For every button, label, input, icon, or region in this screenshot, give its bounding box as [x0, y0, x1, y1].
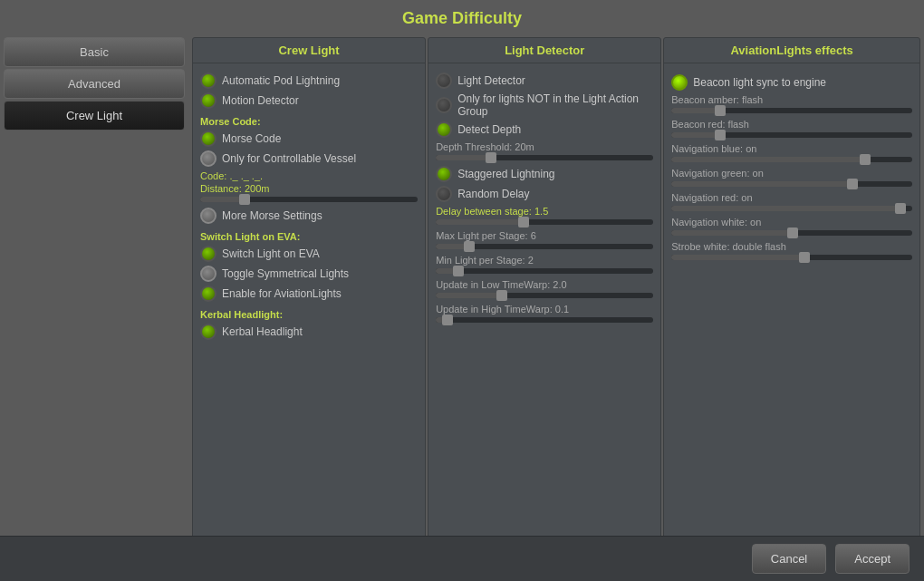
crew-light-header: Crew Light — [193, 38, 425, 63]
switch-section: Switch Light on EVA: — [200, 231, 418, 242]
beacon-sync-label: Beacon light sync to engine — [693, 76, 826, 89]
cancel-button[interactable]: Cancel — [752, 544, 826, 574]
beacon-red-label: Beacon red: flash — [671, 119, 912, 130]
detect-depth-toggle[interactable] — [436, 121, 452, 138]
kerbal-headlight-toggle[interactable] — [200, 324, 217, 340]
max-light-slider[interactable] — [436, 244, 653, 249]
light-detector-header: Light Detector — [428, 38, 660, 63]
controllable-vessel-label: Only for Controllable Vessel — [222, 152, 356, 165]
crew-light-column: Crew Light Automatic Pod Lightning Motio… — [192, 37, 426, 576]
light-detector-body: Light Detector Only for lights NOT in th… — [428, 63, 660, 576]
staggered-label: Staggered Lightning — [457, 168, 554, 180]
kerbal-section: Kerbal Headlight: — [200, 309, 418, 320]
not-in-group-row: Only for lights NOT in the Light Action … — [436, 92, 653, 118]
motion-detector-toggle[interactable] — [200, 92, 217, 109]
delay-slider[interactable] — [436, 219, 653, 225]
depth-threshold-label: Depth Threshold: 20m — [436, 141, 653, 152]
kerbal-headlight-row: Kerbal Headlight — [200, 324, 418, 340]
not-in-group-toggle[interactable] — [436, 97, 452, 113]
staggered-toggle[interactable] — [436, 166, 452, 182]
random-delay-toggle[interactable] — [436, 186, 452, 202]
nav-white-label: Navigation white: on — [671, 217, 912, 228]
sidebar: Basic Advanced Crew Light — [0, 34, 188, 576]
beacon-sync-row: Beacon light sync to engine — [671, 74, 912, 91]
min-light-label: Min Light per Stage: 2 — [436, 255, 653, 266]
sidebar-item-crew-light[interactable]: Crew Light — [4, 101, 185, 131]
random-delay-label: Random Delay — [457, 188, 529, 200]
beacon-amber-label: Beacon amber: flash — [671, 94, 912, 105]
motion-detector-row: Motion Detector — [200, 92, 418, 109]
beacon-amber-slider[interactable] — [671, 108, 912, 113]
beacon-sync-toggle[interactable] — [671, 74, 688, 91]
morse-code-label: Morse Code — [222, 132, 281, 145]
morse-code-toggle[interactable] — [200, 131, 217, 147]
sidebar-item-basic[interactable]: Basic — [4, 37, 185, 67]
nav-red-row: Navigation red: on — [671, 192, 912, 211]
delay-value-label: Delay between stage: 1.5 — [436, 206, 653, 217]
aviation-lights-header: AviationLights effects — [664, 38, 919, 63]
strobe-white-row: Strobe white: double flash — [671, 241, 912, 260]
switch-eva-toggle[interactable] — [200, 246, 217, 262]
strobe-white-slider[interactable] — [671, 255, 912, 260]
light-detector-label: Light Detector — [457, 74, 525, 87]
distance-text: Distance: 200m — [200, 183, 418, 194]
aviation-lights-column: AviationLights effects Beacon light sync… — [663, 37, 920, 576]
staggered-row: Staggered Lightning — [436, 166, 653, 182]
nav-white-row: Navigation white: on — [671, 217, 912, 236]
sidebar-item-advanced[interactable]: Advanced — [4, 69, 185, 99]
kerbal-headlight-label: Kerbal Headlight — [222, 325, 303, 338]
random-delay-row: Random Delay — [436, 186, 653, 202]
aviation-lights-row: Enable for AviationLights — [200, 286, 418, 302]
more-morse-label: More Morse Settings — [222, 209, 322, 222]
depth-slider[interactable] — [436, 155, 653, 160]
auto-pod-toggle[interactable] — [200, 73, 217, 89]
beacon-red-row: Beacon red: flash — [671, 119, 912, 138]
beacon-red-slider[interactable] — [671, 132, 912, 138]
morse-code-row: Morse Code — [200, 131, 418, 147]
not-in-group-label: Only for lights NOT in the Light Action … — [457, 92, 653, 118]
morse-slider[interactable] — [200, 197, 418, 202]
auto-pod-row: Automatic Pod Lightning — [200, 73, 418, 89]
more-morse-row: More Morse Settings — [200, 208, 418, 224]
columns-area: Crew Light Automatic Pod Lightning Motio… — [188, 34, 924, 576]
detect-depth-label: Detect Depth — [457, 123, 521, 136]
nav-green-slider[interactable] — [671, 181, 912, 187]
nav-red-slider[interactable] — [671, 206, 912, 211]
code-text: Code: ._ ._ ._. — [200, 170, 418, 181]
nav-blue-row: Navigation blue: on — [671, 143, 912, 162]
update-low-slider[interactable] — [436, 293, 653, 298]
accept-button[interactable]: Accept — [835, 544, 910, 574]
toggle-sym-toggle[interactable] — [200, 266, 217, 282]
light-detector-column: Light Detector Light Detector Only for l… — [428, 37, 661, 576]
switch-eva-label: Switch Light on EVA — [222, 247, 320, 260]
nav-blue-slider[interactable] — [671, 157, 912, 162]
page-title: Game Difficulty — [0, 0, 924, 34]
more-morse-toggle[interactable] — [200, 208, 217, 224]
controllable-vessel-toggle[interactable] — [200, 150, 217, 167]
aviation-lights-label: Enable for AviationLights — [222, 287, 342, 300]
morse-section: Morse Code: — [200, 116, 418, 127]
aviation-lights-body: Beacon light sync to engine Beacon amber… — [664, 63, 919, 576]
nav-blue-label: Navigation blue: on — [671, 143, 912, 154]
nav-white-slider[interactable] — [671, 230, 912, 236]
aviation-lights-toggle[interactable] — [200, 286, 217, 302]
min-light-slider[interactable] — [436, 268, 653, 274]
controllable-vessel-row: Only for Controllable Vessel — [200, 150, 418, 167]
update-low-label: Update in Low TimeWarp: 2.0 — [436, 279, 653, 290]
strobe-white-label: Strobe white: double flash — [671, 241, 912, 252]
nav-green-row: Navigation green: on — [671, 168, 912, 187]
update-high-label: Update in High TimeWarp: 0.1 — [436, 304, 653, 315]
light-detector-row: Light Detector — [436, 73, 653, 89]
light-detector-toggle[interactable] — [436, 73, 452, 89]
toggle-sym-label: Toggle Symmetrical Lights — [222, 267, 349, 280]
motion-detector-label: Motion Detector — [222, 94, 299, 107]
nav-green-label: Navigation green: on — [671, 168, 912, 179]
beacon-amber-row: Beacon amber: flash — [671, 94, 912, 113]
detect-depth-row: Detect Depth — [436, 121, 653, 138]
crew-light-body: Automatic Pod Lightning Motion Detector … — [193, 63, 425, 576]
nav-red-label: Navigation red: on — [671, 192, 912, 203]
auto-pod-label: Automatic Pod Lightning — [222, 74, 340, 87]
bottom-bar: Cancel Accept — [0, 536, 924, 581]
switch-eva-row: Switch Light on EVA — [200, 246, 418, 262]
update-high-slider[interactable] — [436, 317, 653, 323]
